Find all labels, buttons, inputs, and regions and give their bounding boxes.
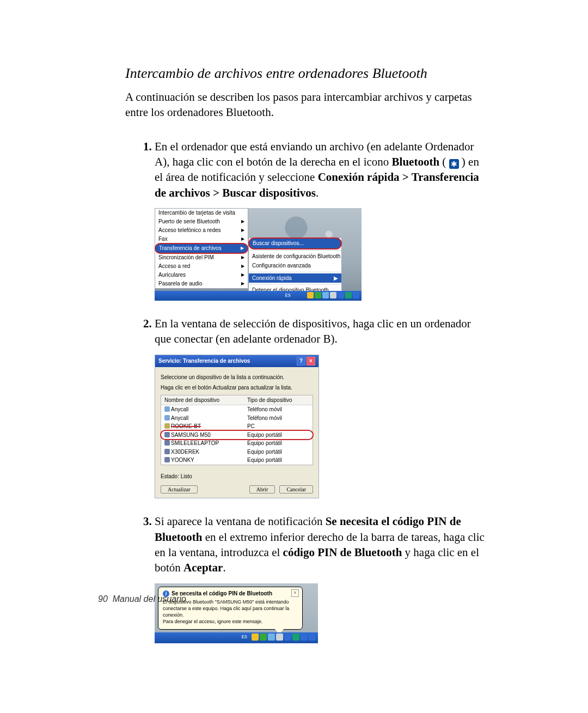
menu-item[interactable]: Asistente de configuración Bluetooth [249,252,341,261]
tray-icon[interactable] [345,292,352,298]
step1-text-b: ( [442,155,449,168]
menu-item-label: Fax [158,235,168,243]
close-icon[interactable]: × [291,589,299,597]
menu-item-label: Configuración avanzada [252,262,311,270]
device-row[interactable]: YOONKYEquipo portátil [161,456,313,465]
tray-icon[interactable] [315,292,321,298]
tray-icon[interactable] [338,292,344,298]
menu-item[interactable]: Puerto de serie Bluetooth▶ [155,217,248,226]
figure-pin-balloon: × iSe necesita el código PIN de Bluetoot… [155,583,318,643]
menu-item[interactable]: Configuración avanzada [249,261,341,271]
section-heading: Intercambio de archivos entre ordenadore… [125,65,485,82]
balloon-line2: Para denegar el acceso, ignore este mens… [163,618,298,625]
bluetooth-word: Bluetooth [392,155,440,168]
device-row[interactable]: X30DEREKEquipo portátil [161,448,313,456]
tray-icon[interactable] [268,633,275,641]
figure-context-menu: Intercambio de tarjetas de visita Puerto… [155,208,362,301]
menu-item[interactable]: Acceso telefónico a redes▶ [155,226,248,235]
device-type: Equipo portátil [244,456,285,465]
lap-icon [164,440,170,446]
device-name: YOONKY [171,457,194,463]
tray-icon[interactable] [353,292,359,298]
submenu-arrow-icon: ▶ [334,275,338,282]
tray-icon[interactable] [322,292,329,298]
menu-item-label: Conexión rápida [252,275,292,282]
menu-separator [249,250,341,251]
notification-balloon[interactable]: × iSe necesita el código PIN de Bluetoot… [158,587,303,630]
bluetooth-icon: ✱ [449,159,459,169]
tray-icon[interactable] [292,633,299,641]
cancel-button[interactable]: Cancelar [279,485,313,493]
menu-item-label: Acceso a red [158,263,190,270]
menu-item-label: Asistente de configuración Bluetooth [252,253,340,260]
step-2: En la ventana de selección de dispositiv… [155,316,485,498]
menu-item[interactable]: Fax▶ [155,235,248,243]
menu-item[interactable]: Intercambio de tarjetas de visita [155,209,248,217]
lap-icon [164,432,170,437]
device-type: Equipo portátil [244,439,285,448]
step-1: En el ordenador que está enviando un arc… [155,139,485,301]
menu-item-search-devices[interactable]: Buscar dispositivos... [248,237,342,249]
menu-item[interactable]: Pasarela de audio▶ [155,279,248,288]
lap-icon [164,449,170,454]
menu-item[interactable]: Acceso a red▶ [155,262,248,271]
refresh-button[interactable]: Actualizar [161,485,198,493]
tray-icon[interactable] [284,633,291,641]
menu-item-label: Auriculares [158,271,186,279]
tray-icon[interactable] [276,633,283,641]
tray-icon[interactable] [260,633,267,641]
taskbar: ES [155,632,318,643]
submenu-arrow-icon: ▶ [241,280,244,288]
menu-item-quick-connect[interactable]: Conexión rápida▶ [249,273,341,283]
device-type: PC [244,422,258,431]
submenu-arrow-icon: ▶ [241,271,244,279]
lap-icon [164,457,170,462]
menu-item-label: Acceso telefónico a redes [158,227,221,234]
step-3: Si aparece la ventana de notificación Se… [155,514,485,643]
device-row[interactable]: SMILELEELAPTOPEquipo portátil [161,439,313,448]
help-button[interactable]: ? [297,357,305,365]
menu-item-label: Puerto de serie Bluetooth [158,218,220,226]
system-tray[interactable] [307,292,359,298]
dialog-title: Servicio: Transferencia de archivos [158,357,250,365]
language-indicator[interactable]: ES [285,292,291,298]
device-row[interactable]: AnycallTeléfono móvil [161,405,313,414]
device-name: SMILELEELAPTOP [171,440,219,446]
submenu-arrow-icon: ▶ [241,245,244,252]
menu-item-label: Pasarela de audio [158,280,203,288]
system-tray[interactable] [252,633,316,641]
phone-icon [164,415,170,421]
context-menu-secondary[interactable]: Buscar dispositivos... Asistente de conf… [248,237,342,296]
device-name: X30DEREK [171,449,199,455]
step1-text-d: . [316,186,318,199]
context-menu-primary[interactable]: Intercambio de tarjetas de visita Puerto… [155,208,248,289]
language-indicator[interactable]: ES [241,633,247,640]
device-name: SAMSUNG M50 [171,432,211,438]
menu-item-file-transfer[interactable]: Transferencia de archivos▶ [155,243,248,254]
device-row[interactable]: AnycallTeléfono móvil [161,414,313,423]
footer-label: Manual del usuario [113,594,186,604]
device-type: Equipo portátil [244,448,285,456]
device-row[interactable]: SAMSUNG M50Equipo portátil [161,431,313,440]
tray-icon[interactable] [301,633,308,641]
figure-device-dialog: Servicio: Transferencia de archivos ? × … [155,355,319,499]
tray-icon[interactable] [307,292,314,298]
tray-icon[interactable] [309,633,316,641]
dialog-instruction: Haga clic en el botón Actualizar para ac… [161,384,313,392]
device-list[interactable]: Nombre del dispositivo Tipo de dispositi… [161,395,313,465]
submenu-arrow-icon: ▶ [241,218,244,226]
open-button[interactable]: Abrir [249,485,275,493]
step3-a: Si aparece la ventana de notificación [155,515,326,528]
dialog-instruction: Seleccione un dispositivo de la lista a … [161,374,313,381]
menu-item[interactable]: Sincronización del PIM▶ [155,253,248,262]
phone-icon [164,406,170,412]
menu-item[interactable]: Auriculares▶ [155,271,248,279]
dialog-titlebar[interactable]: Servicio: Transferencia de archivos ? × [155,355,318,367]
tray-icon[interactable] [252,633,259,641]
device-name: Anycall [171,415,188,421]
taskbar: ES [155,291,362,301]
tray-icon[interactable] [330,292,336,298]
close-button[interactable]: × [307,357,315,365]
device-type: Teléfono móvil [244,405,285,414]
device-row[interactable]: ROOKIE-BTPC [161,422,313,431]
